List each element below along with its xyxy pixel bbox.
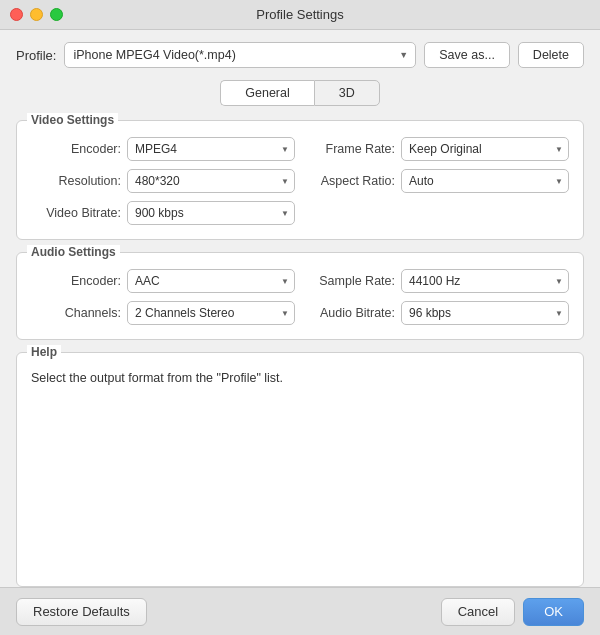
resolution-select-wrapper[interactable]: 480*320 bbox=[127, 169, 295, 193]
sample-rate-row: Sample Rate: 44100 Hz bbox=[305, 269, 569, 293]
help-title: Help bbox=[27, 345, 61, 359]
audio-settings-inner: Encoder: AAC Sample Rate: 44100 Hz bbox=[31, 269, 569, 325]
tab-3d[interactable]: 3D bbox=[314, 80, 380, 106]
cancel-button[interactable]: Cancel bbox=[441, 598, 515, 626]
profile-select[interactable]: iPhone MPEG4 Video(*.mp4) bbox=[64, 42, 416, 68]
resolution-row: Resolution: 480*320 bbox=[31, 169, 295, 193]
help-text: Select the output format from the "Profi… bbox=[31, 369, 569, 388]
delete-button[interactable]: Delete bbox=[518, 42, 584, 68]
aspect-ratio-select[interactable]: Auto bbox=[401, 169, 569, 193]
encoder-select-wrapper[interactable]: MPEG4 bbox=[127, 137, 295, 161]
audio-encoder-row: Encoder: AAC bbox=[31, 269, 295, 293]
window-title: Profile Settings bbox=[256, 7, 343, 22]
channels-select[interactable]: 2 Channels Stereo bbox=[127, 301, 295, 325]
channels-row: Channels: 2 Channels Stereo bbox=[31, 301, 295, 325]
restore-defaults-button[interactable]: Restore Defaults bbox=[16, 598, 147, 626]
video-bitrate-select-wrapper[interactable]: 900 kbps bbox=[127, 201, 295, 225]
channels-select-wrapper[interactable]: 2 Channels Stereo bbox=[127, 301, 295, 325]
main-content: Profile: iPhone MPEG4 Video(*.mp4) Save … bbox=[0, 30, 600, 587]
bottom-right-buttons: Cancel OK bbox=[441, 598, 584, 626]
audio-encoder-select[interactable]: AAC bbox=[127, 269, 295, 293]
bottom-bar: Restore Defaults Cancel OK bbox=[0, 587, 600, 635]
minimize-button[interactable] bbox=[30, 8, 43, 21]
frame-rate-select-wrapper[interactable]: Keep Original bbox=[401, 137, 569, 161]
encoder-row: Encoder: MPEG4 bbox=[31, 137, 295, 161]
aspect-ratio-row: Aspect Ratio: Auto bbox=[305, 169, 569, 193]
audio-settings-grid: Encoder: AAC Sample Rate: 44100 Hz bbox=[31, 269, 569, 325]
help-section: Help Select the output format from the "… bbox=[16, 352, 584, 587]
sample-rate-label: Sample Rate: bbox=[305, 274, 395, 288]
aspect-ratio-label: Aspect Ratio: bbox=[305, 174, 395, 188]
maximize-button[interactable] bbox=[50, 8, 63, 21]
save-as-button[interactable]: Save as... bbox=[424, 42, 510, 68]
title-bar: Profile Settings bbox=[0, 0, 600, 30]
audio-bitrate-select-wrapper[interactable]: 96 kbps bbox=[401, 301, 569, 325]
sample-rate-select[interactable]: 44100 Hz bbox=[401, 269, 569, 293]
aspect-ratio-select-wrapper[interactable]: Auto bbox=[401, 169, 569, 193]
video-bitrate-select[interactable]: 900 kbps bbox=[127, 201, 295, 225]
tab-row: General 3D bbox=[16, 80, 584, 106]
encoder-label: Encoder: bbox=[31, 142, 121, 156]
audio-encoder-select-wrapper[interactable]: AAC bbox=[127, 269, 295, 293]
profile-label: Profile: bbox=[16, 48, 56, 63]
traffic-lights[interactable] bbox=[10, 8, 63, 21]
close-button[interactable] bbox=[10, 8, 23, 21]
audio-settings-section: Audio Settings Encoder: AAC Sample Rate: bbox=[16, 252, 584, 340]
video-bitrate-label: Video Bitrate: bbox=[31, 206, 121, 220]
video-settings-section: Video Settings Encoder: MPEG4 Frame Rate… bbox=[16, 120, 584, 240]
frame-rate-select[interactable]: Keep Original bbox=[401, 137, 569, 161]
audio-bitrate-label: Audio Bitrate: bbox=[305, 306, 395, 320]
profile-row: Profile: iPhone MPEG4 Video(*.mp4) Save … bbox=[16, 42, 584, 68]
profile-select-wrapper[interactable]: iPhone MPEG4 Video(*.mp4) bbox=[64, 42, 416, 68]
tab-general[interactable]: General bbox=[220, 80, 313, 106]
sample-rate-select-wrapper[interactable]: 44100 Hz bbox=[401, 269, 569, 293]
ok-button[interactable]: OK bbox=[523, 598, 584, 626]
channels-label: Channels: bbox=[31, 306, 121, 320]
resolution-label: Resolution: bbox=[31, 174, 121, 188]
frame-rate-row: Frame Rate: Keep Original bbox=[305, 137, 569, 161]
audio-bitrate-row: Audio Bitrate: 96 kbps bbox=[305, 301, 569, 325]
video-bitrate-row: Video Bitrate: 900 kbps bbox=[31, 201, 295, 225]
video-settings-grid: Encoder: MPEG4 Frame Rate: Keep Original bbox=[31, 137, 569, 225]
resolution-select[interactable]: 480*320 bbox=[127, 169, 295, 193]
audio-bitrate-select[interactable]: 96 kbps bbox=[401, 301, 569, 325]
frame-rate-label: Frame Rate: bbox=[305, 142, 395, 156]
audio-encoder-label: Encoder: bbox=[31, 274, 121, 288]
audio-settings-title: Audio Settings bbox=[27, 245, 120, 259]
video-settings-inner: Encoder: MPEG4 Frame Rate: Keep Original bbox=[31, 137, 569, 225]
encoder-select[interactable]: MPEG4 bbox=[127, 137, 295, 161]
video-settings-title: Video Settings bbox=[27, 113, 118, 127]
